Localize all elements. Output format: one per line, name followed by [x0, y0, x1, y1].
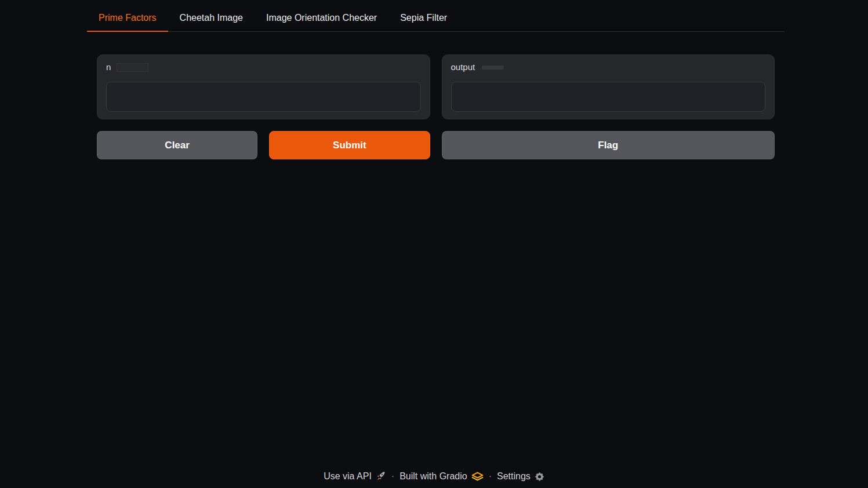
gradio-app: Prime Factors Cheetah Image Image Orient…: [87, 5, 785, 159]
input-panel: n: [97, 54, 430, 119]
use-via-api-link[interactable]: Use via API: [324, 471, 386, 482]
settings-label: Settings: [497, 471, 531, 482]
label-ghost: [482, 65, 504, 70]
gradio-logo-icon: [471, 472, 484, 481]
tab-bar: Prime Factors Cheetah Image Image Orient…: [87, 5, 785, 32]
tab-prime-factors[interactable]: Prime Factors: [87, 5, 168, 32]
input-label-row: n: [106, 61, 421, 73]
output-panel: output: [442, 54, 775, 119]
output-textbox[interactable]: [451, 82, 766, 112]
built-with-gradio-link[interactable]: Built with Gradio: [400, 471, 484, 482]
tab-image-orientation-checker[interactable]: Image Orientation Checker: [255, 5, 388, 32]
submit-button[interactable]: Submit: [269, 131, 430, 159]
use-via-api-label: Use via API: [324, 471, 372, 482]
tab-cheetah-image[interactable]: Cheetah Image: [168, 5, 255, 32]
actions-row: Clear Submit Flag: [97, 131, 775, 159]
input-label: n: [106, 61, 111, 73]
clear-submit-group: Clear Submit: [97, 131, 430, 159]
clear-button[interactable]: Clear: [97, 131, 257, 159]
footer: Use via API · Built with Gradio · Settin…: [0, 471, 868, 482]
tab-sepia-filter[interactable]: Sepia Filter: [388, 5, 459, 32]
footer-separator: ·: [391, 471, 394, 482]
settings-link[interactable]: Settings: [497, 471, 544, 482]
label-ghost: [117, 63, 148, 72]
output-label-row: output: [451, 61, 766, 73]
footer-separator: ·: [489, 471, 492, 482]
tab-panel-prime-factors: n output Clear Submit Flag: [87, 54, 785, 159]
rocket-icon: [376, 471, 386, 482]
flag-button[interactable]: Flag: [442, 131, 775, 159]
built-with-gradio-label: Built with Gradio: [400, 471, 467, 482]
io-row: n output: [97, 54, 775, 119]
gear-icon: [535, 472, 544, 482]
output-label: output: [451, 61, 475, 73]
n-number-input[interactable]: [106, 82, 421, 112]
